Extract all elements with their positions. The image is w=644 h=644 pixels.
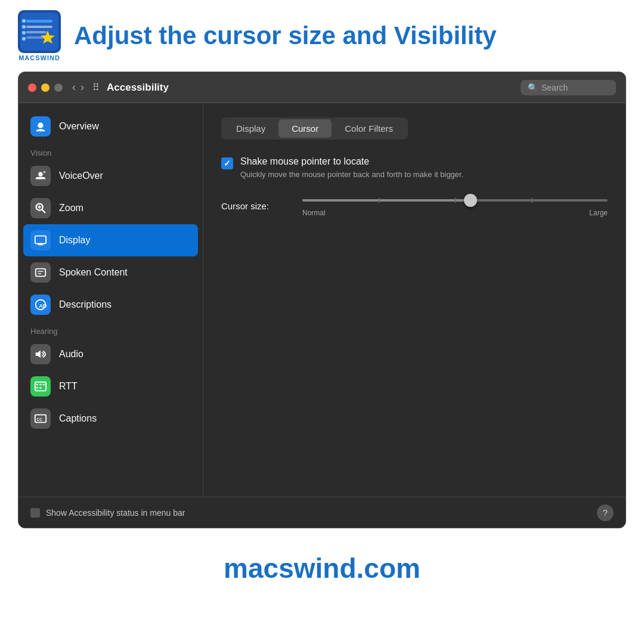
svg-rect-27 bbox=[35, 382, 46, 391]
sidebar-item-label: Descriptions bbox=[59, 299, 112, 310]
slider-container: Normal Large bbox=[302, 194, 608, 217]
sidebar-item-label: Zoom bbox=[59, 203, 83, 213]
traffic-lights bbox=[28, 83, 63, 92]
sidebar-item-label: Overview bbox=[59, 121, 99, 132]
shake-checkbox[interactable]: ✓ bbox=[221, 157, 233, 169]
tab-cursor[interactable]: Cursor bbox=[278, 119, 332, 138]
audio-icon bbox=[30, 344, 51, 364]
sidebar-item-label: Spoken Content bbox=[59, 267, 128, 278]
grid-icon: ⠿ bbox=[92, 82, 100, 93]
zoom-icon bbox=[30, 198, 51, 218]
show-accessibility-label: Show Accessibility status in menu bar bbox=[46, 508, 597, 518]
footer-text: macswind.com bbox=[224, 553, 420, 584]
shake-label: Shake mouse pointer to locate bbox=[240, 156, 463, 167]
svg-point-7 bbox=[22, 25, 26, 29]
minimize-button[interactable] bbox=[41, 83, 49, 92]
svg-point-8 bbox=[22, 31, 26, 35]
search-icon: 🔍 bbox=[528, 83, 538, 92]
search-box[interactable]: 🔍 Search bbox=[521, 80, 616, 95]
svg-rect-31 bbox=[36, 387, 39, 389]
close-button[interactable] bbox=[28, 83, 36, 92]
svg-point-12 bbox=[38, 172, 42, 177]
slider-tick bbox=[531, 198, 532, 203]
slider-track-wrapper[interactable] bbox=[302, 194, 608, 206]
slider-tick bbox=[455, 198, 456, 203]
maximize-button[interactable] bbox=[54, 83, 63, 92]
accessibility-window: ‹ › ⠿ Accessibility 🔍 Search Overview Vi… bbox=[18, 72, 626, 528]
page-title: Adjust the cursor size and Visibility bbox=[74, 21, 497, 50]
logo-text: MACSWIND bbox=[18, 54, 60, 61]
window-title: Accessibility bbox=[107, 82, 521, 94]
slider-normal-label: Normal bbox=[302, 209, 326, 217]
svg-marker-26 bbox=[36, 351, 41, 358]
svg-rect-2 bbox=[26, 20, 52, 23]
captions-icon: CC bbox=[30, 408, 51, 429]
descriptions-icon: AD bbox=[30, 295, 51, 315]
sidebar-item-zoom[interactable]: Zoom bbox=[18, 192, 203, 224]
svg-point-11 bbox=[38, 123, 43, 128]
sidebar-item-rtt[interactable]: RTT bbox=[18, 370, 203, 402]
sidebar-item-audio[interactable]: Audio bbox=[18, 338, 203, 370]
svg-rect-29 bbox=[39, 383, 42, 385]
show-accessibility-checkbox[interactable] bbox=[30, 508, 40, 518]
back-arrow-icon[interactable]: ‹ bbox=[72, 81, 76, 94]
help-button[interactable]: ? bbox=[597, 504, 614, 521]
sidebar-section-vision: Vision bbox=[18, 143, 203, 160]
logo-container: MACSWIND bbox=[18, 10, 61, 61]
svg-rect-18 bbox=[35, 236, 46, 244]
cursor-size-row: Cursor size: Normal bbox=[221, 194, 608, 217]
search-placeholder: Search bbox=[541, 83, 568, 92]
shake-desc: Quickly move the mouse pointer back and … bbox=[240, 169, 463, 180]
sidebar-item-label: Display bbox=[59, 235, 90, 246]
bottom-bar: Show Accessibility status in menu bar ? bbox=[18, 497, 626, 528]
tab-color-filters[interactable]: Color Filters bbox=[332, 119, 406, 138]
sidebar-item-descriptions[interactable]: AD Descriptions bbox=[18, 289, 203, 321]
sidebar-item-captions[interactable]: CC Captions bbox=[18, 402, 203, 435]
main-panel: Display Cursor Color Filters ✓ Shake mou… bbox=[203, 103, 626, 497]
rtt-icon bbox=[30, 376, 51, 397]
top-header: MACSWIND Adjust the cursor size and Visi… bbox=[0, 0, 644, 72]
svg-rect-3 bbox=[26, 26, 52, 28]
sidebar-item-overview[interactable]: Overview bbox=[18, 110, 203, 143]
svg-line-15 bbox=[42, 209, 45, 212]
spoken-icon bbox=[30, 262, 51, 283]
shake-text-group: Shake mouse pointer to locate Quickly mo… bbox=[240, 156, 463, 180]
slider-large-label: Large bbox=[589, 209, 608, 217]
forward-arrow-icon[interactable]: › bbox=[80, 81, 84, 94]
svg-point-6 bbox=[22, 19, 26, 23]
slider-tick bbox=[379, 198, 380, 203]
shake-checkbox-row: ✓ Shake mouse pointer to locate Quickly … bbox=[221, 156, 608, 180]
sidebar-item-label: RTT bbox=[59, 381, 78, 392]
title-bar: ‹ › ⠿ Accessibility 🔍 Search bbox=[18, 72, 626, 103]
sidebar-item-spoken[interactable]: Spoken Content bbox=[18, 256, 203, 289]
slider-thumb[interactable] bbox=[464, 194, 477, 207]
footer: macswind.com bbox=[0, 528, 644, 596]
sidebar-item-label: Captions bbox=[59, 413, 97, 424]
svg-rect-30 bbox=[43, 383, 45, 385]
sidebar-item-label: Audio bbox=[59, 349, 83, 360]
voiceover-icon bbox=[30, 166, 51, 186]
slider-fill bbox=[302, 199, 470, 202]
tab-display[interactable]: Display bbox=[223, 119, 278, 138]
logo-icon bbox=[18, 10, 61, 53]
cursor-size-label: Cursor size: bbox=[221, 201, 293, 211]
svg-point-13 bbox=[44, 171, 46, 174]
sidebar-item-voiceover[interactable]: VoiceOver bbox=[18, 160, 203, 192]
svg-rect-21 bbox=[36, 269, 46, 277]
sidebar-item-label: VoiceOver bbox=[59, 171, 103, 181]
slider-labels: Normal Large bbox=[302, 209, 608, 217]
nav-arrows: ‹ › bbox=[72, 81, 84, 94]
overview-icon bbox=[30, 116, 51, 137]
slider-track bbox=[302, 199, 608, 202]
svg-text:CC: CC bbox=[37, 417, 43, 422]
svg-rect-28 bbox=[36, 383, 39, 385]
svg-text:AD: AD bbox=[39, 303, 47, 309]
display-icon bbox=[30, 230, 51, 250]
svg-rect-32 bbox=[39, 387, 42, 389]
tabs-row: Display Cursor Color Filters bbox=[221, 117, 408, 140]
sidebar-section-hearing: Hearing bbox=[18, 321, 203, 338]
svg-rect-4 bbox=[26, 31, 47, 33]
checkmark-icon: ✓ bbox=[224, 159, 231, 168]
content-area: Overview Vision VoiceOver Zoom bbox=[18, 103, 626, 497]
sidebar-item-display[interactable]: Display bbox=[23, 224, 198, 256]
